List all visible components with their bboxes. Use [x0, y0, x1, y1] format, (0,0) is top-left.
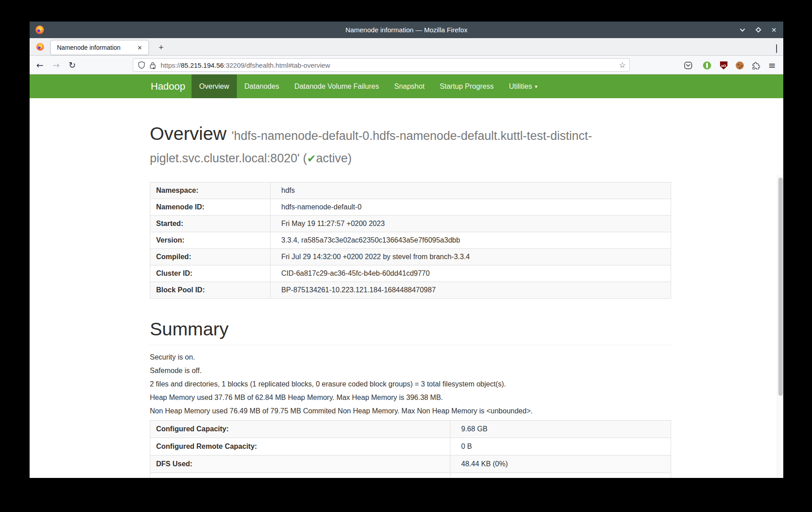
- non-heap-memory-text: Non Heap Memory used 76.49 MB of 79.75 M…: [150, 407, 671, 416]
- ublock-origin-icon[interactable]: uO: [718, 60, 729, 71]
- namenode-info-table: Namespace:hdfs Namenode ID:hdfs-namenode…: [150, 182, 671, 299]
- tab-title: Namenode information: [57, 44, 135, 51]
- close-button[interactable]: ✕: [770, 26, 778, 34]
- pocket-icon[interactable]: [682, 60, 694, 71]
- filesystem-objects-text: 2 files and directories, 1 blocks (1 rep…: [150, 380, 671, 389]
- table-row: Cluster ID:CID-6a817c29-ac36-45fc-b4eb-6…: [150, 265, 671, 282]
- firefox-tab-icon: [36, 43, 44, 51]
- window-title: Namenode information — Mozilla Firefox: [30, 26, 783, 34]
- nav-item-datanode-volume-failures[interactable]: Datanode Volume Failures: [287, 74, 387, 98]
- page-title: Overview 'hdfs-namenode-default-0.hdfs-n…: [150, 123, 671, 169]
- tab-namenode-information[interactable]: Namenode information ✕: [50, 40, 149, 55]
- maximize-button[interactable]: [754, 26, 762, 34]
- url-path: :32209/dfshealth.html#tab-overview: [224, 61, 330, 69]
- extension-green-icon[interactable]: [701, 60, 713, 71]
- window-titlebar: Namenode information — Mozilla Firefox ✕: [30, 22, 783, 38]
- heap-memory-text: Heap Memory used 37.76 MB of 62.84 MB He…: [150, 393, 671, 402]
- nav-item-utilities[interactable]: Utilities ▾: [501, 74, 545, 98]
- table-row: Namenode ID:hdfs-namenode-default-0: [150, 199, 671, 216]
- connection-lock-icon[interactable]: [149, 61, 156, 69]
- table-row: Compiled:Fri Jul 29 14:32:00 +0200 2022 …: [150, 249, 671, 265]
- url-text: https://85.215.194.56:32209/dfshealth.ht…: [161, 61, 619, 69]
- firefox-logo-icon: [35, 26, 44, 34]
- navigation-toolbar: ← → ↻ https://85.215.194.56:32209/dfshea…: [30, 56, 783, 74]
- table-row: Namespace:hdfs: [150, 182, 671, 199]
- forward-button[interactable]: →: [50, 59, 62, 71]
- tab-bar: Namenode information ✕ +: [30, 38, 783, 56]
- table-row: Started:Fri May 19 11:27:57 +0200 2023: [150, 216, 671, 232]
- table-row: Version:3.3.4, ra585a73c3e02ac62350c1366…: [150, 232, 671, 249]
- bookmark-star-icon[interactable]: ☆: [619, 61, 626, 69]
- security-status-text: Security is on.: [150, 353, 671, 362]
- table-row: DFS Used:48.44 KB (0%): [150, 456, 671, 473]
- table-row: Configured Remote Capacity:0 B: [150, 438, 671, 456]
- firefox-window: Namenode information — Mozilla Firefox ✕…: [30, 22, 783, 478]
- minimize-button[interactable]: [738, 26, 747, 34]
- extensions-puzzle-icon[interactable]: [750, 60, 762, 71]
- summary-heading: Summary: [150, 319, 671, 339]
- table-row: Non DFS Used:119.56 KB: [150, 473, 671, 478]
- new-tab-button[interactable]: +: [155, 42, 167, 53]
- active-check-icon: ✔: [307, 152, 316, 165]
- cookie-extension-icon[interactable]: [734, 60, 746, 71]
- url-protocol: https://: [161, 61, 181, 69]
- nav-item-snapshot[interactable]: Snapshot: [387, 74, 432, 98]
- nav-item-datanodes[interactable]: Datanodes: [237, 74, 287, 98]
- nav-item-overview[interactable]: Overview: [192, 74, 237, 98]
- table-row: Block Pool ID:BP-875134261-10.223.121.18…: [150, 282, 671, 299]
- back-button[interactable]: ←: [34, 59, 46, 71]
- nav-item-startup-progress[interactable]: Startup Progress: [432, 74, 501, 98]
- reload-button[interactable]: ↻: [66, 59, 79, 71]
- url-host: 85.215.194.56: [181, 61, 224, 69]
- hadoop-navbar: Hadoop Overview Datanodes Datanode Volum…: [30, 74, 783, 98]
- tab-close-icon[interactable]: ✕: [135, 43, 144, 52]
- capacity-table: Configured Capacity:9.68 GB Configured R…: [150, 420, 671, 478]
- url-bar[interactable]: https://85.215.194.56:32209/dfshealth.ht…: [133, 58, 630, 72]
- tracking-shield-icon[interactable]: [138, 61, 145, 69]
- table-row: Configured Capacity:9.68 GB: [150, 421, 671, 438]
- scrollbar-thumb[interactable]: [778, 178, 783, 396]
- active-status-text: active: [316, 152, 348, 165]
- safemode-status-text: Safemode is off.: [150, 366, 671, 375]
- hadoop-brand[interactable]: Hadoop: [150, 74, 192, 98]
- utilities-caret-icon: ▾: [535, 83, 537, 90]
- list-all-tabs-icon[interactable]: [776, 44, 777, 52]
- page-content: Overview 'hdfs-namenode-default-0.hdfs-n…: [30, 98, 783, 478]
- divider: [150, 345, 671, 345]
- menu-hamburger-icon[interactable]: ≡: [766, 60, 778, 71]
- page-scrollbar[interactable]: [777, 175, 783, 478]
- overview-heading: Overview: [150, 123, 227, 144]
